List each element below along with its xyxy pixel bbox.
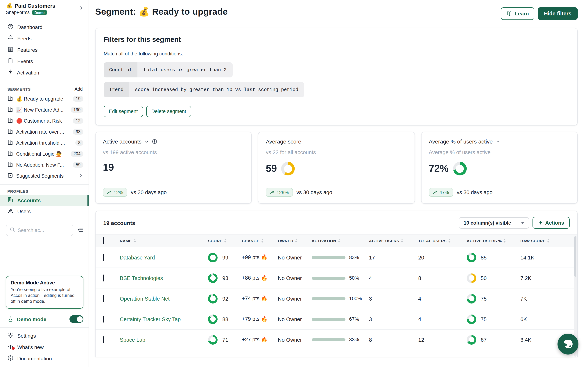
nav-label: Feeds (17, 35, 32, 41)
trend-value: 129% (277, 190, 289, 195)
column-header-score[interactable]: SCORE (208, 239, 242, 243)
account-name-link[interactable]: Certainty Tracker Sky Tap (120, 316, 181, 322)
stat-label: Average score (266, 138, 301, 145)
sidebar: 💰 Paid Customers SnapForms Demo Dashboar… (0, 0, 89, 367)
features-icon (7, 46, 14, 53)
segment-label: Activation rate over ... (16, 129, 70, 134)
column-header-raw-score[interactable]: RAW SCORE (520, 239, 556, 243)
sidebar-item-segment-no-adoption[interactable]: No Adoption: New F... 59 (0, 159, 89, 170)
account-name-link[interactable]: BSE Technologies (120, 275, 163, 281)
users-icon (7, 208, 14, 215)
actions-label: Actions (545, 220, 564, 226)
info-icon[interactable] (152, 139, 157, 144)
active-users-pct-value: 85 (481, 255, 487, 260)
table-row: Database Yard 99 +99 pts 🔥 No Owner 83% … (95, 247, 577, 268)
gauge-icon (7, 23, 14, 31)
row-checkbox[interactable] (103, 336, 104, 343)
sidebar-item-features[interactable]: Features (0, 44, 89, 55)
sort-icon (295, 239, 297, 242)
sidebar-item-settings[interactable]: Settings (0, 330, 89, 341)
sidebar-item-feeds[interactable]: Feeds (0, 33, 89, 44)
sort-icon (547, 239, 550, 242)
sidebar-item-suggested-segments[interactable]: Suggested Segments (0, 170, 89, 181)
demo-mode-toggle[interactable] (69, 315, 83, 323)
nav-label: Documentation (17, 355, 52, 361)
columns-visible-dropdown[interactable]: 10 column(s) visible (458, 217, 529, 228)
workspace-header[interactable]: 💰 Paid Customers SnapForms Demo (0, 0, 89, 18)
segment-label: 📈 New Feature Ad... (16, 107, 68, 113)
sidebar-item-activation[interactable]: Activation (0, 67, 89, 78)
account-name-link[interactable]: Space Lab (120, 337, 145, 342)
chat-widget-button[interactable] (557, 334, 579, 355)
hide-filters-button[interactable]: Hide filters (538, 7, 578, 20)
activation-bar (312, 338, 346, 341)
account-name-link[interactable]: Operation Stable Net (120, 296, 170, 301)
sort-icon (338, 239, 340, 242)
column-header-owner[interactable]: OWNER (278, 239, 312, 243)
stat-value: 59 (266, 163, 277, 174)
profiles-section-header: PROFILES (0, 185, 89, 195)
building-icon (7, 128, 13, 135)
search-input[interactable] (18, 227, 69, 233)
sidebar-item-segment-ready-to-upgrade[interactable]: 💰 Ready to upgrade 19 (0, 93, 89, 104)
accounts-table-card: 19 accounts 10 column(s) visible Actions… (95, 211, 578, 357)
filters-card: Filters for this segment Match all of th… (95, 28, 578, 125)
sidebar-item-documentation[interactable]: Documentation (0, 353, 89, 364)
search-box[interactable] (6, 225, 73, 236)
column-header-active-users-pct[interactable]: ACTIVE USERS % (467, 239, 520, 243)
chevron-right-icon[interactable] (79, 5, 84, 12)
sidebar-item-segment-customer-at-risk[interactable]: 🔴 Customer at Risk 12 (0, 115, 89, 126)
raw-score-value: 3.4K (520, 337, 556, 342)
column-header-total-users[interactable]: TOTAL USERS (418, 239, 467, 243)
row-checkbox[interactable] (103, 316, 104, 322)
suggested-segments-icon (7, 172, 13, 179)
sidebar-item-segment-activation-rate[interactable]: Activation rate over ... 93 (0, 126, 89, 137)
row-checkbox[interactable] (103, 295, 104, 302)
scrollbar-thumb[interactable] (574, 236, 576, 277)
app-root: 💰 Paid Customers SnapForms Demo Dashboar… (0, 0, 588, 367)
profiles-title: PROFILES (7, 189, 28, 193)
raw-score-value: 6K (520, 316, 556, 322)
sidebar-item-segment-new-feature[interactable]: 📈 New Feature Ad... 190 (0, 104, 89, 115)
chevron-down-icon[interactable] (495, 139, 500, 144)
account-name-link[interactable]: Database Yard (120, 255, 155, 260)
column-header-active-users[interactable]: ACTIVE USERS (369, 239, 418, 243)
sidebar-item-segment-conditional-logic[interactable]: Conditional Logic 🙅 204 (0, 148, 89, 159)
row-checkbox[interactable] (103, 254, 104, 261)
sidebar-item-events[interactable]: Events (0, 55, 89, 67)
sidebar-item-segment-activation-threshold[interactable]: Activation threshold ... 8 (0, 137, 89, 148)
nav-label: Dashboard (17, 24, 43, 30)
nav-label: Events (17, 58, 33, 64)
column-header-activation[interactable]: ACTIVATION (312, 239, 369, 243)
stats-row: Active accounts vs 199 active accounts 1… (95, 132, 578, 204)
total-users-value: 4 (418, 296, 467, 301)
row-checkbox[interactable] (103, 274, 104, 281)
edit-segment-button[interactable]: Edit segment (104, 106, 143, 117)
sidebar-item-dashboard[interactable]: Dashboard (0, 21, 89, 33)
column-header-name[interactable]: NAME (120, 239, 208, 243)
learn-button[interactable]: Learn (501, 7, 534, 20)
sidebar-item-accounts[interactable]: Accounts (0, 195, 89, 206)
delete-segment-button[interactable]: Delete segment (146, 106, 191, 117)
select-all-checkbox[interactable] (103, 237, 104, 244)
active-users-pct-donut (467, 253, 476, 262)
score-value: 88 (222, 316, 228, 322)
chevron-down-icon[interactable] (144, 139, 149, 144)
trending-up-icon (270, 190, 275, 195)
owner-value: No Owner (278, 296, 312, 301)
sidebar-item-whats-new[interactable]: What's new (0, 341, 89, 353)
sort-icon (504, 239, 506, 242)
actions-button[interactable]: Actions (532, 217, 570, 229)
active-users-pct-value: 75 (481, 316, 487, 322)
add-segment-button[interactable]: + Add (71, 87, 83, 92)
list-filter-icon[interactable] (77, 226, 83, 234)
trend-value: 12% (113, 190, 123, 195)
segment-count-badge: 93 (73, 129, 83, 135)
score-value: 93 (222, 275, 228, 281)
nav-label: What's new (17, 344, 44, 350)
score-donut (208, 253, 217, 262)
sidebar-item-users[interactable]: Users (0, 206, 89, 217)
column-header-change[interactable]: CHANGE (242, 239, 278, 243)
table-row: Space Lab 71 +27 pts 🔥 No Owner 83% 8 12… (95, 330, 577, 350)
nav-label: Features (17, 47, 38, 53)
